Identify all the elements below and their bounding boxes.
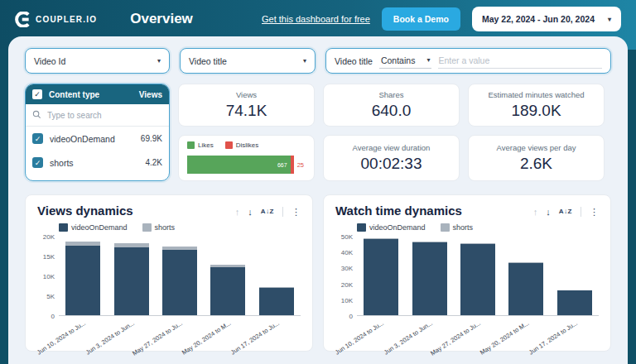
brand: COUPLER.IO — [15, 12, 97, 27]
stacked-bar — [460, 243, 495, 315]
kpi-views: Views 74.1K — [178, 84, 315, 127]
y-tick-label: 50K — [341, 233, 353, 241]
row-label: shorts — [50, 158, 138, 168]
chevron-down-icon: ▾ — [157, 57, 161, 65]
kebab-menu-icon[interactable]: ⋮ — [292, 208, 301, 217]
date-range-picker[interactable]: May 22, 2024 - Jun 20, 2024 ▾ — [472, 7, 621, 31]
bar-segment-videoOnDemand — [259, 288, 294, 315]
stacked-bar — [259, 287, 294, 315]
brand-name: COUPLER.IO — [36, 15, 97, 24]
y-tick-label: 20K — [43, 233, 55, 241]
chart-plot-area: 20K15K10K5K0 — [37, 237, 301, 316]
filter-video-id[interactable]: Video Id ▾ — [25, 48, 170, 74]
kpi-avg-views-per-day: Average views per day 2.6K — [468, 135, 605, 181]
sort-descending-icon[interactable]: ↓ — [248, 208, 253, 217]
kpi-estimated-minutes: Estimated minutes watched 189.0K — [468, 84, 605, 127]
watch-time-dynamics-chart: Watch time dynamics ↑ ↓ A↓Z ⋮ videoOnDem… — [323, 194, 611, 352]
get-dashboard-link[interactable]: Get this dashboard for free — [262, 14, 370, 24]
stacked-bar — [114, 243, 149, 315]
y-tick-label: 40K — [341, 249, 353, 256]
kpi-label: Average view duration — [353, 143, 431, 152]
y-tick-label: 15K — [43, 253, 55, 261]
checkbox-checked[interactable]: ✓ — [32, 133, 43, 144]
legend-item-shorts[interactable]: shorts — [441, 223, 474, 232]
y-tick-label: 30K — [341, 265, 353, 272]
sort-ascending-icon[interactable]: ↑ — [533, 208, 538, 217]
legend-item-videoOnDemand[interactable]: videoOnDemand — [59, 223, 128, 232]
list-item-shorts[interactable]: ✓ shorts 4.2K — [26, 151, 169, 175]
legend-label: videoOnDemand — [71, 223, 128, 232]
legend-item-dislikes[interactable]: Dislikes — [225, 141, 259, 149]
legend-item-videoOnDemand[interactable]: videoOnDemand — [357, 223, 426, 232]
stacked-bar — [162, 247, 197, 315]
bar-column — [204, 237, 252, 315]
legend-label: Likes — [198, 141, 214, 149]
y-tick-label: 10K — [341, 297, 353, 304]
list-item-videoOnDemand[interactable]: ✓ videoOnDemand 69.9K — [26, 127, 169, 151]
bar-segment-videoOnDemand — [114, 247, 149, 315]
likes-dislikes-bar: 667 25 — [187, 156, 306, 174]
filter-video-id-label: Video Id — [34, 56, 65, 66]
row-value: 69.9K — [141, 134, 162, 143]
stacked-bar — [210, 265, 245, 315]
date-range-value: May 22, 2024 - Jun 20, 2024 — [482, 14, 595, 24]
book-demo-button[interactable]: Book a Demo — [382, 7, 460, 31]
series-swatch — [59, 223, 68, 232]
kebab-menu-icon[interactable]: ⋮ — [590, 208, 599, 217]
y-tick-label: 20K — [341, 281, 353, 289]
bar-segment-videoOnDemand — [460, 244, 495, 315]
filter-bar: Video Id ▾ Video title ▾ Video title Con… — [25, 48, 611, 74]
likes-legend: Likes Dislikes — [187, 141, 306, 149]
legend-label: shorts — [155, 223, 176, 232]
likes-dislikes-card: Likes Dislikes 667 25 — [178, 135, 315, 181]
stacked-bar — [65, 242, 100, 315]
x-tick: Jun 17, 2024 to Ju... — [551, 316, 599, 346]
chart-toolbar: ↑ ↓ A↓Z ⋮ — [235, 207, 301, 217]
kpi-label: Shares — [378, 90, 403, 99]
condition-operator-value: Contains — [381, 55, 415, 65]
chart-legend: videoOnDemand shorts — [357, 223, 599, 232]
chevron-down-icon: ▾ — [426, 56, 430, 64]
dislikes-bar-segment — [291, 156, 294, 174]
bar-column — [107, 237, 155, 315]
likes-bar-segment: 667 — [187, 156, 291, 174]
kpi-label: Views — [236, 90, 257, 99]
series-swatch — [357, 223, 366, 232]
kpi-value: 74.1K — [226, 102, 267, 120]
kpi-shares: Shares 640.0 — [323, 84, 460, 127]
dashboard-content: Video Id ▾ Video title ▾ Video title Con… — [8, 36, 628, 364]
condition-operator-select[interactable]: Contains ▾ — [379, 54, 431, 69]
legend-label: shorts — [453, 223, 474, 232]
stacked-bar — [508, 262, 543, 315]
checkbox-checked[interactable]: ✓ — [32, 157, 43, 168]
stacked-bar — [557, 290, 592, 315]
content-type-panel: ✓ Content type Views ✓ videoOnDemand 69.… — [25, 84, 170, 181]
plot — [357, 237, 599, 316]
bar-segment-videoOnDemand — [162, 250, 197, 315]
content-type-title: Content type — [49, 90, 132, 99]
bar-column — [253, 237, 301, 315]
x-tick: Jun 17, 2024 to Ju... — [253, 316, 301, 346]
stacked-bar — [412, 242, 447, 315]
filter-video-title[interactable]: Video title ▾ — [180, 48, 316, 74]
y-axis: 50K40K30K20K10K0 — [335, 237, 357, 316]
bar-segment-videoOnDemand — [364, 239, 398, 315]
legend-item-shorts[interactable]: shorts — [142, 223, 176, 232]
sort-descending-icon[interactable]: ↓ — [546, 208, 551, 217]
likes-swatch — [187, 141, 195, 149]
bar-column — [156, 237, 204, 315]
kpi-value: 00:02:33 — [361, 155, 422, 173]
select-all-checkbox[interactable]: ✓ — [32, 89, 42, 99]
legend-item-likes[interactable]: Likes — [187, 141, 214, 149]
views-dynamics-chart: Views dynamics ↑ ↓ A↓Z ⋮ videoOnDemand s… — [25, 194, 313, 352]
search-input[interactable] — [47, 111, 162, 120]
chart-legend: videoOnDemand shorts — [59, 223, 301, 232]
condition-value-input[interactable] — [438, 54, 602, 69]
x-tick-label: Jun 10, 2024 to Ju... — [334, 319, 385, 357]
sort-ascending-icon[interactable]: ↑ — [235, 208, 240, 217]
sort-alphabetical-icon[interactable]: A↓Z — [559, 208, 572, 215]
sort-alphabetical-icon[interactable]: A↓Z — [261, 208, 274, 215]
series-swatch — [441, 223, 450, 232]
bar-segment-videoOnDemand — [412, 242, 447, 315]
x-axis-labels: Jun 10, 2024 to Ju...Jun 3, 2024 to Jun.… — [357, 316, 599, 346]
